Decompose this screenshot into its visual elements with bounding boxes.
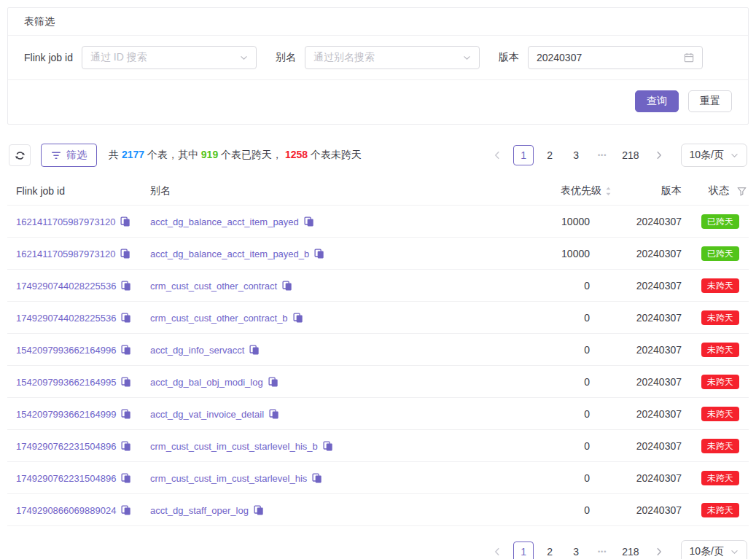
flink-job-id-link[interactable]: 1749290744028225536 — [16, 281, 116, 292]
pagination-page-1[interactable]: 1 — [513, 542, 534, 559]
copy-icon[interactable] — [121, 281, 131, 291]
alias-link[interactable]: crm_cust_cust_im_cust_starlevel_his — [150, 473, 307, 484]
table-row: 1749290866069889024 acct_dg_staff_oper_l… — [7, 494, 749, 526]
sorter-icon[interactable] — [605, 186, 612, 197]
pagination-next-button[interactable] — [649, 145, 669, 165]
pagination-page-218[interactable]: 218 — [618, 542, 642, 559]
copy-icon[interactable] — [121, 313, 131, 323]
table-toolbar: 筛选 共 2177 个表，其中 919 个表已跨天， 1258 个表未跨天 12… — [7, 144, 749, 167]
summary-text: 个表，其中 — [144, 149, 201, 160]
alias-link[interactable]: acct_dg_vat_invoice_detail — [150, 409, 264, 420]
flink-job-id-link[interactable]: 1749290866069889024 — [16, 505, 116, 516]
alias-link[interactable]: acct_dg_bal_obj_modi_log — [150, 377, 263, 388]
version-cell: 20240307 — [612, 238, 682, 270]
copy-icon[interactable] — [121, 473, 131, 483]
table-row: 1621411705987973120 acct_dg_balance_acct… — [7, 238, 749, 270]
copy-icon[interactable] — [293, 313, 303, 323]
refresh-button[interactable] — [9, 144, 31, 166]
flink-job-id-select[interactable]: 通过 ID 搜索 — [82, 46, 257, 69]
copy-icon[interactable] — [121, 441, 131, 451]
pagination-page-2[interactable]: 2 — [539, 145, 560, 165]
flink-job-id-link[interactable]: 1749290744028225536 — [16, 313, 116, 324]
pagination-prev-button[interactable] — [487, 542, 507, 559]
summary-text: 个表未跨天 — [308, 149, 362, 160]
page-size-select[interactable]: 10条/页 — [681, 540, 747, 559]
copy-icon[interactable] — [312, 473, 322, 483]
status-badge: 未跨天 — [701, 343, 739, 357]
summary-text: 个表已跨天， — [218, 149, 285, 160]
copy-icon[interactable] — [121, 409, 131, 419]
table-row: 1542097993662164996 acct_dg_info_servacc… — [7, 334, 749, 366]
priority-cell: 0 — [501, 334, 612, 366]
pagination-page-3[interactable]: 3 — [566, 542, 586, 559]
alias-select[interactable]: 通过别名搜索 — [305, 46, 480, 69]
flink-job-id-link[interactable]: 1542097993662164996 — [16, 345, 116, 356]
alias-link[interactable]: acct_dg_staff_oper_log — [150, 505, 249, 516]
status-badge: 未跨天 — [701, 310, 739, 325]
flink-job-id-link[interactable]: 1621411705987973120 — [16, 216, 115, 227]
flink-job-id-link[interactable]: 1542097993662164999 — [16, 409, 116, 420]
pagination-ellipsis[interactable]: ••• — [592, 145, 612, 165]
alias-link[interactable]: crm_cust_cust_im_cust_starlevel_his_b — [150, 441, 318, 452]
pagination-page-1[interactable]: 1 — [513, 145, 534, 165]
copy-icon[interactable] — [314, 249, 324, 259]
pagination-ellipsis[interactable]: ••• — [592, 542, 612, 559]
status-badge: 未跨天 — [701, 471, 739, 485]
copy-icon[interactable] — [269, 409, 279, 419]
priority-cell: 0 — [501, 302, 612, 334]
pagination-page-218[interactable]: 218 — [618, 145, 642, 165]
copy-icon[interactable] — [282, 281, 292, 291]
flink-job-id-link[interactable]: 1621411705987973120 — [16, 249, 115, 259]
page-size-select[interactable]: 10条/页 — [681, 144, 747, 167]
copy-icon[interactable] — [268, 377, 278, 387]
priority-cell: 0 — [501, 430, 612, 462]
pagination-next-button[interactable] — [649, 542, 669, 559]
column-header-status: 状态 — [709, 184, 729, 198]
flink-job-id-label: Flink job id — [24, 52, 73, 63]
filter-fields-row: Flink job id 通过 ID 搜索 别名 通过别名搜索 版本 20240… — [8, 36, 748, 80]
status-badge: 未跨天 — [701, 375, 739, 389]
table-row: 1749290762231504896 crm_cust_cust_im_cus… — [7, 430, 749, 462]
tables-list: Flink job id 别名 表优先级 版本 状态 — [7, 180, 749, 526]
status-badge: 已跨天 — [701, 214, 739, 229]
copy-icon[interactable] — [121, 345, 131, 355]
priority-cell: 0 — [501, 366, 612, 398]
flink-job-id-link[interactable]: 1542097993662164995 — [16, 377, 116, 388]
filter-funnel-icon[interactable] — [737, 187, 747, 196]
version-cell: 20240307 — [612, 366, 682, 398]
filter-bars-icon — [51, 152, 61, 160]
status-badge: 未跨天 — [701, 503, 739, 517]
alias-link[interactable]: crm_cust_cust_other_contract_b — [150, 313, 288, 324]
pagination-page-2[interactable]: 2 — [539, 542, 560, 559]
filter-panel-button[interactable]: 筛选 — [41, 144, 97, 167]
column-header-alias: 别名 — [150, 180, 501, 206]
flink-job-id-link[interactable]: 1749290762231504896 — [16, 441, 116, 452]
copy-icon[interactable] — [120, 249, 130, 259]
alias-link[interactable]: acct_dg_info_servacct — [150, 345, 244, 356]
alias-link[interactable]: acct_dg_balance_acct_item_payed — [150, 216, 299, 227]
flink-job-id-link[interactable]: 1749290762231504896 — [16, 473, 116, 484]
version-cell: 20240307 — [612, 270, 682, 302]
table-row: 1542097993662164995 acct_dg_bal_obj_modi… — [7, 366, 749, 398]
alias-placeholder: 通过别名搜索 — [313, 51, 375, 64]
pagination-page-3[interactable]: 3 — [566, 145, 586, 165]
status-badge: 未跨天 — [701, 278, 739, 293]
copy-icon[interactable] — [121, 377, 131, 387]
column-header-priority: 表优先级 — [561, 184, 601, 198]
version-value: 20240307 — [537, 52, 582, 63]
query-button[interactable]: 查询 — [635, 90, 679, 112]
copy-icon[interactable] — [304, 216, 314, 227]
version-cell: 20240307 — [612, 206, 682, 238]
copy-icon[interactable] — [254, 505, 264, 515]
copy-icon[interactable] — [120, 216, 130, 227]
copy-icon[interactable] — [121, 505, 131, 515]
copy-icon[interactable] — [323, 441, 333, 451]
reset-button[interactable]: 重置 — [688, 90, 732, 112]
alias-link[interactable]: crm_cust_cust_other_contract — [150, 281, 277, 292]
copy-icon[interactable] — [249, 345, 260, 355]
version-date-input[interactable]: 20240307 — [528, 46, 703, 69]
status-badge: 未跨天 — [701, 407, 739, 421]
version-cell: 20240307 — [612, 302, 682, 334]
alias-link[interactable]: acct_dg_balance_acct_item_payed_b — [150, 249, 309, 259]
pagination-prev-button[interactable] — [487, 145, 507, 165]
